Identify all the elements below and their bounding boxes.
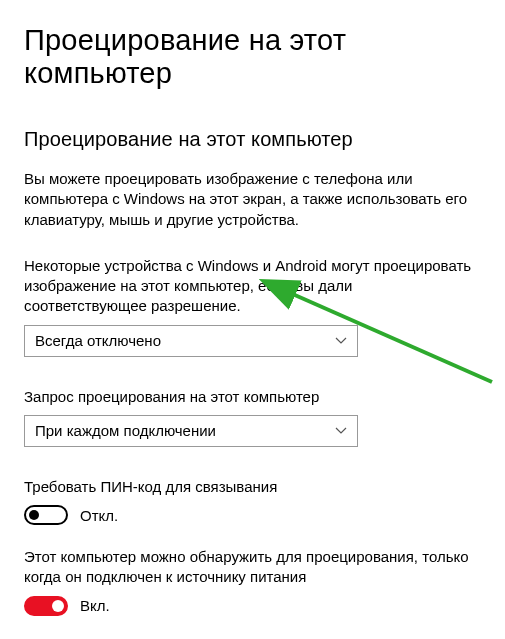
permission-select[interactable]: Всегда отключено	[24, 325, 358, 357]
section-heading: Проецирование на этот компьютер	[24, 128, 481, 151]
chevron-down-icon	[335, 425, 347, 437]
discover-toggle[interactable]	[24, 596, 68, 616]
chevron-down-icon	[335, 335, 347, 347]
discover-label: Этот компьютер можно обнаружить для прое…	[24, 547, 474, 588]
permission-label: Некоторые устройства с Windows и Android…	[24, 256, 474, 317]
page-title: Проецирование на этот компьютер	[24, 24, 481, 90]
intro-text: Вы можете проецировать изображение с тел…	[24, 169, 474, 230]
annotation-arrow	[0, 0, 505, 639]
ask-select[interactable]: При каждом подключении	[24, 415, 358, 447]
permission-select-value: Всегда отключено	[35, 332, 161, 349]
pin-state-text: Откл.	[80, 507, 118, 524]
pin-toggle[interactable]	[24, 505, 68, 525]
ask-label: Запрос проецирования на этот компьютер	[24, 387, 474, 407]
ask-select-value: При каждом подключении	[35, 422, 216, 439]
discover-state-text: Вкл.	[80, 597, 110, 614]
pin-label: Требовать ПИН-код для связывания	[24, 477, 474, 497]
